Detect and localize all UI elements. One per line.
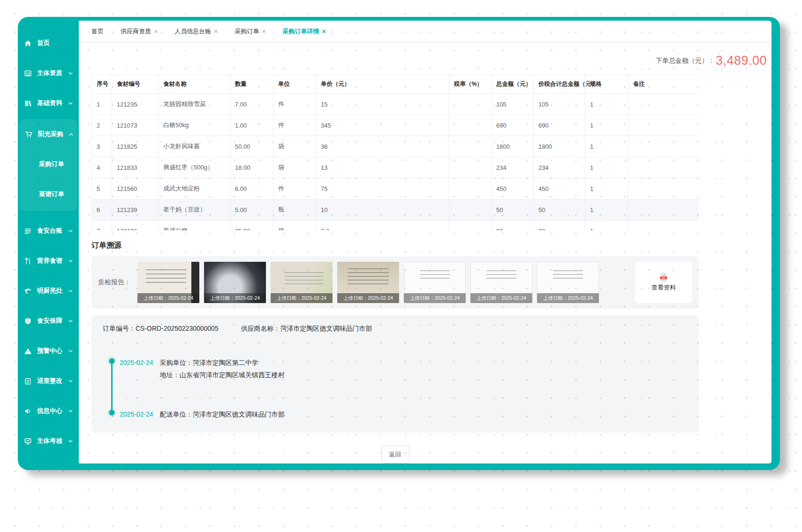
sidebar-item-label: 信息中心 [37,407,62,415]
sidebar-item-bright-kitchen[interactable]: 明厨亮灶 [18,276,79,306]
qc-photo-upload-date: 上传日期：2025-02-24 [337,293,399,303]
column-header: 单价（元） [316,75,449,94]
tab-supplier-qualification[interactable]: 供应商资质× [121,27,158,36]
table-cell: 450 [534,178,585,199]
camera-icon [23,287,32,295]
app-window: 首页主体资质基础资料阳光采购采购订单菜谱订单食安台账营养食谱明厨亮灶食安保障预警… [18,17,780,470]
sidebar-item-label: 首页 [37,39,50,47]
sidebar-item-nutrition-recipe[interactable]: 营养食谱 [18,246,79,276]
monitor-icon [23,437,32,445]
table-cell: 1.00 [230,115,273,136]
table-cell: 7 [92,220,112,231]
home-icon [23,39,32,47]
close-icon[interactable]: × [154,28,158,35]
tab-home[interactable]: 首页 [91,27,104,36]
table-cell: 450 [492,178,534,199]
qc-photo-thumbnail[interactable]: 上传日期：2025-02-24 [204,262,266,303]
qc-photo-upload-date: 上传日期：2025-02-24 [470,293,532,303]
order-timeline: 2025-02-24采购单位：菏泽市定陶区第二中学地址：山东省菏泽市定陶区城关镇… [109,357,688,420]
sidebar-group-sunshine-procurement: 阳光采购采购订单菜谱订单 [19,119,77,211]
table-cell: 件 [273,178,316,199]
close-icon[interactable]: × [322,28,326,35]
sidebar-item-info-center[interactable]: 信息中心 [18,396,79,426]
table-cell: 122106 [112,220,159,231]
alert-icon [23,347,32,355]
close-icon[interactable]: × [214,28,218,35]
cart-icon [25,130,33,138]
sidebar-item-subject-assessment[interactable]: 主体考核 [18,426,79,456]
timeline-text: 采购单位：菏泽市定陶区第二中学地址：山东省菏泽市定陶区城关镇西王楼村 [160,357,285,381]
table-cell [449,157,492,178]
table-cell: 龙丽园精致雪菜 [159,94,230,115]
order-total: 下单总金额（元）： 3,489.00 [91,53,767,68]
table-cell: 10 [316,199,449,220]
table-cell: 15 [316,94,449,115]
column-header: 总金额（元） [492,75,534,94]
pdf-view-label: 查看资料 [651,283,676,292]
tab-purchase-order[interactable]: 采购订单× [235,27,265,36]
qc-report-label: 质检报告： [98,278,131,287]
sidebar-item-sunshine-procurement[interactable]: 阳光采购 [19,119,77,149]
timeline-text-line: 配送单位：菏泽市定陶区德文调味品门市部 [160,408,285,420]
items-table: 序号食材编号食材名称数量单位单价（元）税率（%）总金额（元）价税合计总金额（元）… [91,75,699,230]
table-cell: 1 [585,157,628,178]
close-icon[interactable]: × [262,28,265,35]
column-header: 备注 [628,75,699,94]
sidebar-item-subject-qualification[interactable]: 主体资质 [18,58,79,88]
tab-personnel-ledger[interactable]: 人员信息台账× [174,27,218,36]
sidebar-item-basic-data[interactable]: 基础资料 [18,88,79,118]
table-cell: 75 [316,178,449,199]
qc-photo-upload-date: 上传日期：2025-02-24 [404,293,466,303]
table-cell: 50 [534,199,585,220]
sidebar-item-food-safety-guarantee[interactable]: 食安保障 [18,306,79,336]
qc-photo-thumbnail[interactable]: 上传日期：2025-02-24 [337,262,399,303]
table-cell [628,115,699,136]
sidebar-item-recipe-order[interactable]: 菜谱订单 [19,179,77,209]
back-button[interactable]: 返回 [381,446,409,464]
column-header: 价税合计总金额（元） [534,75,585,94]
tab-label: 供应商资质 [121,27,151,36]
table-row: 1121235龙丽园精致雪菜7.00件151051051 [92,94,699,115]
table-cell: 50 [492,199,534,220]
chevron-down-icon [68,409,73,414]
clipboard-icon [23,377,32,385]
sidebar-item-purchase-order[interactable]: 采购订单 [19,149,77,179]
qc-photo-thumbnail[interactable]: 上传日期：2025-02-24 [271,262,333,303]
books-icon [23,99,32,107]
sidebar-item-home[interactable]: 首页 [18,28,79,58]
column-header: 食材名称 [159,75,230,94]
table-cell: 80 [534,220,585,231]
qc-photo-thumbnail[interactable]: 上传日期：2025-02-24 [470,262,532,303]
table-cell [449,220,492,231]
sidebar-item-label: 基础资料 [37,99,62,107]
sidebar-item-food-safety-ledger[interactable]: 食安台账 [18,216,79,246]
table-cell: 1800 [492,136,534,157]
table-row: 7122106西盛白糖25.00袋3.280801 [92,220,699,231]
timeline-row: 2025-02-24配送单位：菏泽市定陶区德文调味品门市部 [120,408,688,420]
qc-report-card: 质检报告： 上传日期：2025-02-24上传日期：2025-02-24上传日期… [91,256,699,309]
supplier-label: 供应商名称： [241,325,280,332]
table-cell: 121073 [112,115,159,136]
timeline-text-line: 地址：山东省菏泽市定陶区城关镇西王楼村 [160,369,285,381]
table-cell: 西盛白糖 [159,220,230,231]
utensils-icon [23,257,32,265]
qc-photo-thumbnail[interactable]: 上传日期：2025-02-24 [404,262,466,303]
sidebar-item-inspection-rectification[interactable]: 巡查整改 [18,366,79,396]
sidebar-item-warning-center[interactable]: 预警中心 [18,336,79,366]
tab-purchase-order-detail[interactable]: 采购订单详情× [283,27,326,36]
table-cell: 件 [273,115,316,136]
order-total-value: 3,489.00 [716,53,767,68]
table-cell: 成武大地淀粉 [159,178,230,199]
table-cell: 121825 [112,136,159,157]
table-cell: 121239 [112,199,159,220]
timeline-text: 配送单位：菏泽市定陶区德文调味品门市部 [160,408,285,420]
table-cell: 1 [585,199,628,220]
timeline-date: 2025-02-24 [120,357,153,381]
pdf-view-card[interactable]: PDF 查看资料 [635,262,692,303]
table-cell: 121833 [112,157,159,178]
sidebar-item-label: 巡查整改 [37,377,62,385]
table-cell: 345 [316,115,449,136]
qc-photo-thumbnail[interactable]: 上传日期：2025-02-24 [137,262,199,303]
table-cell: 6.00 [230,178,273,199]
qc-photo-thumbnail[interactable]: 上传日期：2025-02-24 [537,262,599,303]
